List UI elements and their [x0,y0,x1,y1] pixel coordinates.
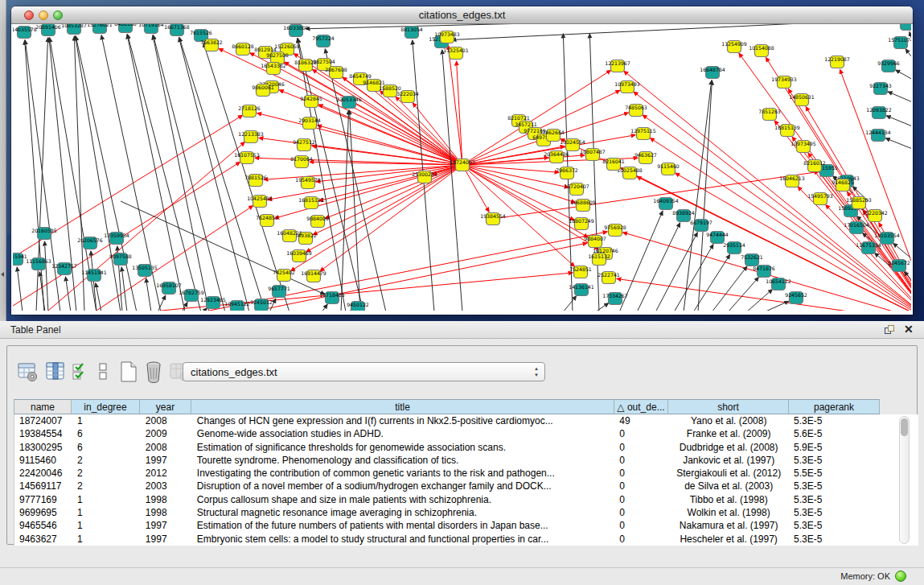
cell-short[interactable]: Franke et al. (2009) [668,427,789,440]
cell-out_de[interactable]: 0 [614,493,668,506]
black-edge[interactable] [595,303,609,311]
cell-name[interactable]: 9465546 [14,519,72,532]
column-header-short[interactable]: short [668,399,789,414]
table-row[interactable]: 2242004622012Investigating the contribut… [14,467,880,480]
cell-short[interactable]: Jankovic et al. (1997) [668,454,789,467]
cell-name[interactable]: 18300295 [14,441,72,454]
cell-pagerank[interactable]: 5.6E-5 [789,427,880,440]
cell-title[interactable]: Tourette syndrome. Phenomenology and cla… [192,454,615,467]
panel-collapse-strip[interactable] [0,0,6,321]
cell-in_degree[interactable]: 6 [72,441,141,454]
black-edge[interactable] [17,267,23,311]
red-edge[interactable] [285,62,462,165]
red-edge[interactable] [493,171,819,219]
cell-short[interactable]: Hescheler et al. (1997) [668,533,789,546]
black-edge[interactable] [452,24,852,40]
cell-title[interactable]: Structural magnetic resonance image aver… [192,506,615,519]
clear-selection-icon[interactable] [92,360,115,383]
cell-name[interactable]: 9463627 [14,533,72,546]
red-edge[interactable] [48,142,244,311]
cell-in_degree[interactable]: 1 [72,414,141,427]
network-canvas[interactable]: 1403557820891406108532871527602184661601… [13,24,911,311]
black-edge[interactable] [121,267,127,311]
cell-out_de[interactable]: 0 [614,480,668,492]
network-window-titlebar[interactable]: citations_edges.txt [11,6,913,24]
cell-name[interactable]: 14569117 [14,480,72,492]
cell-in_degree[interactable]: 2 [72,454,141,467]
black-edge[interactable] [885,138,911,150]
cell-out_de[interactable]: 49 [614,414,668,427]
float-panel-icon[interactable] [885,325,895,336]
cell-pagerank[interactable]: 5.3E-5 [789,533,880,546]
table-selector-dropdown[interactable]: citations_edges.txt ▲▼ [183,362,545,381]
cell-short[interactable]: Tibbo et al. (1998) [668,493,789,506]
black-edge[interactable] [712,266,747,311]
table-row[interactable]: 946362711997Embryonic stem cells: a mode… [14,533,880,546]
delete-table-icon[interactable] [142,360,165,383]
cell-out_de[interactable]: 0 [614,467,668,480]
black-edge[interactable] [121,201,325,295]
cell-in_degree[interactable]: 6 [72,427,141,440]
cell-year[interactable]: 2003 [141,480,192,492]
new-table-icon[interactable] [117,360,140,383]
cell-title[interactable]: Corpus callosum shape and size in male p… [192,493,615,506]
column-header-pagerank[interactable]: pagerank [789,399,880,414]
black-edge[interactable] [764,301,789,311]
table-settings-icon[interactable] [17,360,39,383]
cell-title[interactable]: Disruption of a novel member of a sodium… [192,480,615,492]
cell-name[interactable]: 18724007 [14,414,72,427]
table-row[interactable]: 977716911998Corpus callosum shape and si… [14,493,880,506]
black-edge[interactable] [637,223,680,311]
cell-year[interactable]: 2012 [141,467,192,480]
cell-title[interactable]: Investigating the contribution of common… [192,467,615,480]
black-edge[interactable] [203,308,207,311]
column-header-out_de[interactable]: △ out_de... [614,399,668,414]
cell-year[interactable]: 2008 [141,414,192,427]
cell-name[interactable]: 9777169 [14,493,72,506]
cell-title[interactable]: Estimation of significance thresholds fo… [192,441,615,454]
black-edge[interactable] [906,49,911,60]
cell-pagerank[interactable]: 5.3E-5 [789,454,880,467]
red-edge[interactable] [617,278,911,311]
cell-name[interactable]: 9115460 [14,454,72,467]
black-edge[interactable] [39,272,45,311]
red-edge[interactable] [462,165,559,172]
red-edge[interactable] [396,97,462,165]
red-edge[interactable] [457,61,462,165]
cell-out_de[interactable]: 0 [614,519,668,532]
cell-year[interactable]: 1998 [141,493,192,506]
column-header-year[interactable]: year [140,399,191,414]
black-edge[interactable] [306,24,563,29]
red-edge[interactable] [774,121,911,311]
red-edge[interactable] [312,69,462,165]
cell-pagerank[interactable]: 5.3E-5 [789,519,880,532]
cell-out_de[interactable]: 0 [614,454,668,467]
black-edge[interactable] [674,245,713,311]
black-edge[interactable] [698,80,712,311]
cell-short[interactable]: de Silva et al. (2003) [668,480,789,492]
table-row[interactable]: 969969511998Structural magnetic resonanc… [14,506,880,519]
black-edge[interactable] [563,296,577,311]
red-edge[interactable] [255,158,462,165]
red-edge[interactable] [462,165,489,212]
black-edge[interactable] [45,241,48,311]
black-edge[interactable] [96,283,101,311]
cell-out_de[interactable]: 0 [614,441,668,454]
cell-pagerank[interactable]: 5.5E-5 [789,467,880,480]
cell-pagerank[interactable]: 5.3E-5 [789,506,880,519]
cell-title[interactable]: Changes of HCN gene expression and I(f) … [192,414,615,427]
black-edge[interactable] [886,116,911,127]
black-edge[interactable] [146,278,151,311]
red-edge[interactable] [320,165,462,271]
black-edge[interactable] [350,110,360,311]
table-row[interactable]: 911546021997Tourette syndrome. Phenomeno… [14,454,880,467]
cell-name[interactable]: 9699695 [14,506,72,519]
column-header-in_degree[interactable]: in_degree [72,399,140,414]
collapse-arrow-icon[interactable] [1,272,4,277]
black-edge[interactable] [442,50,462,311]
cell-out_de[interactable]: 0 [614,427,668,440]
cell-year[interactable]: 1997 [141,454,192,467]
cell-short[interactable]: Nakamura et al. (1997) [668,519,789,532]
cell-out_de[interactable]: 0 [614,506,668,519]
cell-short[interactable]: Yano et al. (2008) [668,414,789,427]
